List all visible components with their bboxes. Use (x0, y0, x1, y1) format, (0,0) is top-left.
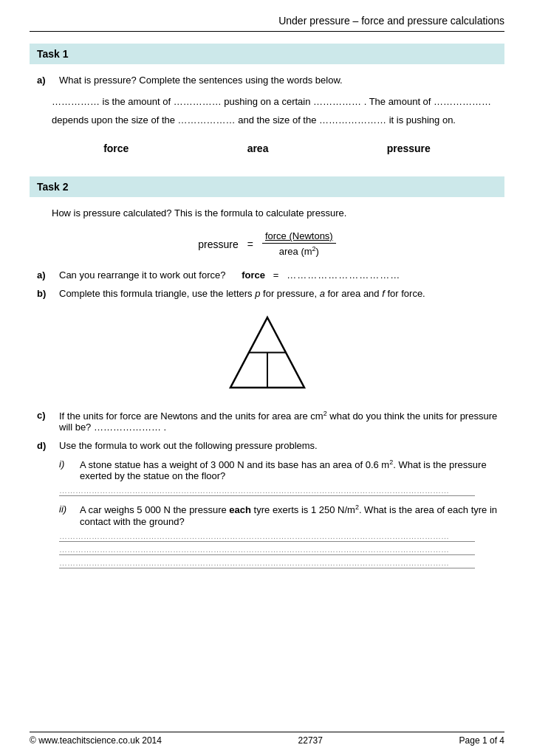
task2-qa-answer-dots: …………………………… (287, 269, 400, 281)
page-title: Under pressure – force and pressure calc… (30, 15, 504, 32)
task2-qa-text: Can you rearrange it to work out force? … (59, 269, 504, 281)
task2-qd: d) Use the formula to work out the follo… (30, 440, 504, 451)
word-area: area (247, 142, 269, 154)
task2-sub-ii-text: A car weighs 5 000 N the pressure each t… (80, 504, 504, 526)
task2-sub-ii-answer-line3: …………………………………………………………………………………………………………… (59, 558, 475, 568)
task2-qc: c) If the units for force are Newtons an… (30, 410, 504, 433)
task1-qa-text: What is pressure? Complete the sentences… (59, 75, 504, 86)
word-force: force (103, 142, 129, 154)
word-pressure: pressure (387, 142, 431, 154)
task2-sub-ii-answer-line2: …………………………………………………………………………………………………………… (59, 545, 475, 555)
formula-section: pressure = force (Newtons) area (m2) (30, 230, 504, 257)
page: Under pressure – force and pressure calc… (0, 0, 534, 756)
task2-sub-i-answer-line1: …………………………………………………………………………………………………………… (59, 486, 475, 496)
footer: © www.teachitscience.co.uk 2014 22737 Pa… (30, 732, 504, 746)
task2-qa-force: force (242, 269, 265, 281)
task2-sub-ii-answer-line1: …………………………………………………………………………………………………………… (59, 532, 475, 542)
task2-qb-text: Complete this formula triangle, use the … (59, 288, 504, 299)
task2-qc-label: c) (37, 410, 55, 433)
task2-sub-ii: ii) A car weighs 5 000 N the pressure ea… (30, 504, 504, 526)
task2-qb-label: b) (37, 288, 55, 299)
formula-fraction: force (Newtons) area (m2) (262, 230, 336, 257)
task2-intro: How is pressure calculated? This is the … (30, 207, 504, 219)
title-text: Under pressure – force and pressure calc… (278, 15, 504, 27)
triangle-container (30, 314, 504, 395)
task1-section: Task 1 a) What is pressure? Complete the… (30, 44, 504, 162)
formula-line: pressure = force (Newtons) area (m2) (30, 230, 504, 257)
formula-pressure-label: pressure (198, 238, 238, 250)
task2-sub-i-text: A stone statue has a weight of 3 000 N a… (80, 458, 504, 481)
task2-qc-text: If the units for force are Newtons and t… (59, 410, 504, 433)
formula-equals: = (247, 238, 253, 250)
task2-sub-ii-label: ii) (59, 504, 80, 526)
task2-header: Task 2 (30, 176, 504, 197)
task1-header: Task 1 (30, 44, 504, 64)
task2-qb: b) Complete this formula triangle, use t… (30, 288, 504, 299)
task2-sub-i-label: i) (59, 458, 80, 481)
footer-page: Page 1 of 4 (459, 735, 504, 746)
task2-section: Task 2 How is pressure calculated? This … (30, 176, 504, 568)
formula-triangle-svg (223, 314, 312, 395)
task1-qa-label: a) (37, 75, 55, 86)
footer-code: 22737 (298, 735, 323, 746)
task2-qa-label: a) (37, 269, 55, 281)
footer-copyright: © www.teachitscience.co.uk 2014 (30, 735, 162, 746)
task1-question-a: a) What is pressure? Complete the senten… (30, 75, 504, 86)
task2-qd-text: Use the formula to work out the followin… (59, 440, 504, 451)
formula-numerator: force (Newtons) (262, 230, 336, 244)
task2-qd-label: d) (37, 440, 55, 451)
task1-words: force area pressure (30, 135, 504, 162)
formula-denominator: area (m2) (276, 244, 322, 257)
task1-fill-sentence: …………… is the amount of …………… pushing on … (30, 93, 504, 129)
task2-sub-i: i) A stone statue has a weight of 3 000 … (30, 458, 504, 481)
task2-qa: a) Can you rearrange it to work out forc… (30, 269, 504, 281)
